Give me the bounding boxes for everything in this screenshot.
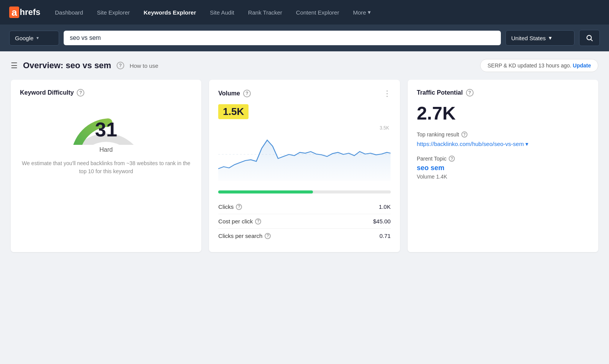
kd-score: 31	[95, 118, 117, 141]
kd-gauge-wrap: 31 Hard	[20, 103, 192, 153]
volume-chart: 3.5K	[218, 124, 390, 185]
country-label: United States	[511, 35, 546, 41]
search-button[interactable]	[579, 30, 600, 46]
tp-ranking-help-icon[interactable]: ?	[461, 131, 467, 138]
country-select[interactable]: United States ▾	[505, 30, 574, 46]
tp-card-title: Traffic Potential ?	[417, 89, 589, 97]
clicks-value: 1.0K	[379, 203, 391, 210]
nav-dashboard[interactable]: Dashboard	[49, 6, 88, 19]
update-link[interactable]: Update	[573, 62, 591, 69]
keyword-input-wrap	[64, 31, 501, 45]
page-header: ☰ Overview: seo vs sem ? How to use SERP…	[11, 59, 598, 72]
nav-site-audit[interactable]: Site Audit	[204, 6, 239, 19]
kd-help-icon[interactable]: ?	[77, 89, 84, 97]
svg-line-1	[591, 39, 593, 41]
cps-row: Clicks per search ? 0.71	[218, 229, 390, 243]
search-bar: Google ▾ United States ▾	[0, 25, 609, 51]
cps-help-icon[interactable]: ?	[265, 233, 271, 239]
nav-keywords-explorer[interactable]: Keywords Explorer	[138, 6, 202, 19]
cpc-label: Cost per click ?	[218, 218, 261, 225]
clicks-label: Clicks ?	[218, 203, 242, 210]
nav-more[interactable]: More ▾	[347, 6, 376, 19]
tp-parent-help-icon[interactable]: ?	[449, 156, 455, 162]
logo[interactable]: a hrefs	[9, 7, 40, 18]
tp-top-ranking-label: Top ranking result ?	[417, 131, 589, 138]
page-title: Overview: seo vs sem	[23, 61, 111, 71]
volume-badge: 1.5K	[218, 104, 249, 119]
progress-bar	[218, 190, 390, 193]
volume-help-icon[interactable]: ?	[243, 90, 251, 97]
country-chevron-icon: ▾	[549, 34, 552, 41]
volume-card-title: Volume ? ⋮	[218, 89, 390, 98]
logo-text: hrefs	[20, 7, 40, 17]
tp-parent-value[interactable]: seo sem	[417, 164, 589, 172]
kd-label: Hard	[99, 146, 113, 153]
tp-parent-topic-label: Parent Topic ?	[417, 156, 589, 162]
kd-card-title: Keyword Difficulty ?	[20, 89, 192, 97]
clicks-help-icon[interactable]: ?	[236, 204, 242, 210]
keyword-difficulty-card: Keyword Difficulty ?	[11, 80, 201, 252]
update-text: SERP & KD updated 13 hours ago.	[487, 62, 571, 69]
cpc-value: $45.00	[373, 218, 391, 225]
cards-grid: Keyword Difficulty ?	[11, 80, 598, 252]
chart-y-label: 3.5K	[380, 125, 389, 131]
volume-chart-svg	[218, 124, 390, 185]
gauge-container: 31	[68, 103, 145, 145]
tp-value: 2.7K	[417, 103, 589, 124]
cpc-help-icon[interactable]: ?	[255, 218, 261, 225]
keyword-input[interactable]	[70, 34, 495, 41]
tp-parent-volume: Volume 1.4K	[417, 174, 589, 180]
engine-label: Google	[15, 35, 33, 41]
cpc-row: Cost per click ? $45.00	[218, 214, 390, 229]
nav-content-explorer[interactable]: Content Explorer	[291, 6, 345, 19]
main-content: ☰ Overview: seo vs sem ? How to use SERP…	[0, 51, 609, 260]
engine-select[interactable]: Google ▾	[9, 31, 59, 46]
clicks-row: Clicks ? 1.0K	[218, 200, 390, 214]
logo-letter: a	[9, 7, 19, 18]
volume-more-icon[interactable]: ⋮	[383, 89, 391, 98]
top-navigation: a hrefs Dashboard Site Explorer Keywords…	[0, 0, 609, 25]
tp-url-chevron-icon: ▾	[525, 140, 528, 148]
engine-chevron-icon: ▾	[36, 35, 39, 41]
search-icon	[586, 34, 593, 42]
title-help-icon[interactable]: ?	[117, 62, 124, 69]
how-to-use-link[interactable]: How to use	[130, 62, 158, 69]
cps-label: Clicks per search ?	[218, 233, 271, 239]
nav-rank-tracker[interactable]: Rank Tracker	[243, 6, 288, 19]
update-badge: SERP & KD updated 13 hours ago. Update	[480, 59, 598, 72]
volume-card: Volume ? ⋮ 1.5K 3.5K	[209, 80, 400, 252]
kd-description: We estimate that you'll need backlinks f…	[20, 159, 192, 175]
sidebar-toggle-icon[interactable]: ☰	[11, 61, 18, 70]
tp-help-icon[interactable]: ?	[466, 89, 474, 97]
cps-value: 0.71	[379, 233, 390, 239]
traffic-potential-card: Traffic Potential ? 2.7K Top ranking res…	[408, 80, 598, 252]
tp-ranking-url[interactable]: https://backlinko.com/hub/seo/seo-vs-sem…	[417, 140, 589, 148]
nav-site-explorer[interactable]: Site Explorer	[92, 6, 135, 19]
progress-bar-fill	[218, 190, 313, 193]
chart-area	[218, 140, 390, 181]
